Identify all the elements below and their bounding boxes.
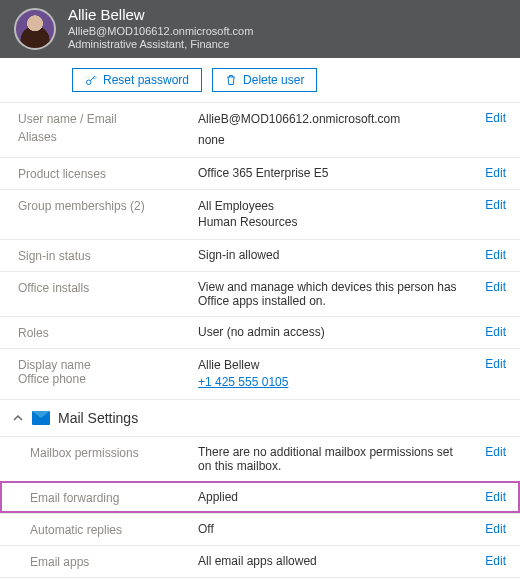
mail-settings-header[interactable]: Mail Settings xyxy=(0,399,520,436)
edit-mailbox-permissions[interactable]: Edit xyxy=(485,445,506,459)
value-officephone[interactable]: +1 425 555 0105 xyxy=(198,375,288,389)
value-roles: User (no admin access) xyxy=(198,325,466,339)
edit-installs[interactable]: Edit xyxy=(485,280,506,294)
row-email-apps: Email apps All email apps allowed Edit xyxy=(0,545,520,577)
row-signin: Sign-in status Sign-in allowed Edit xyxy=(0,239,520,271)
row-mailbox-permissions: Mailbox permissions There are no additio… xyxy=(0,436,520,481)
user-name: Allie Bellew xyxy=(68,6,253,25)
label-groups: Group memberships (2) xyxy=(18,198,198,213)
label-licenses: Product licenses xyxy=(18,166,198,181)
edit-roles[interactable]: Edit xyxy=(485,325,506,339)
mail-icon xyxy=(32,411,50,425)
action-button-row: Reset password Delete user xyxy=(0,58,520,102)
label-username: User name / Email xyxy=(18,112,198,126)
value-mailbox-permissions: There are no additional mailbox permissi… xyxy=(198,445,466,473)
value-group-2: Human Resources xyxy=(198,214,458,231)
delete-user-button[interactable]: Delete user xyxy=(212,68,317,92)
label-signin: Sign-in status xyxy=(18,248,198,263)
label-automatic-replies: Automatic replies xyxy=(30,522,198,537)
value-username: AllieB@MOD106612.onmicrosoft.com xyxy=(198,111,458,128)
row-groups: Group memberships (2) All Employees Huma… xyxy=(0,189,520,240)
value-installs: View and manage which devices this perso… xyxy=(198,280,466,308)
value-signin: Sign-in allowed xyxy=(198,248,466,262)
user-header: Allie Bellew AllieB@MOD106612.onmicrosof… xyxy=(0,0,520,58)
user-email: AllieB@MOD106612.onmicrosoft.com xyxy=(68,25,253,39)
row-username: User name / Email Aliases AllieB@MOD1066… xyxy=(0,102,520,157)
row-email-forwarding: Email forwarding Applied Edit xyxy=(0,481,520,513)
reset-password-button[interactable]: Reset password xyxy=(72,68,202,92)
value-licenses: Office 365 Enterprise E5 xyxy=(198,166,466,180)
label-officephone: Office phone xyxy=(18,372,198,386)
avatar xyxy=(14,8,56,50)
chevron-up-icon xyxy=(12,412,24,424)
edit-email-apps[interactable]: Edit xyxy=(485,554,506,568)
edit-groups[interactable]: Edit xyxy=(485,198,506,212)
row-automatic-replies: Automatic replies Off Edit xyxy=(0,513,520,545)
mail-settings-title: Mail Settings xyxy=(58,410,138,426)
label-roles: Roles xyxy=(18,325,198,340)
delete-user-label: Delete user xyxy=(243,73,304,87)
label-email-apps: Email apps xyxy=(30,554,198,569)
value-automatic-replies: Off xyxy=(198,522,466,536)
value-displayname: Allie Bellew xyxy=(198,357,458,374)
trash-icon xyxy=(225,74,237,86)
edit-username[interactable]: Edit xyxy=(485,111,506,125)
value-group-1: All Employees xyxy=(198,198,458,215)
edit-display[interactable]: Edit xyxy=(485,357,506,371)
label-aliases: Aliases xyxy=(18,130,198,144)
edit-automatic-replies[interactable]: Edit xyxy=(485,522,506,536)
label-displayname: Display name xyxy=(18,358,198,372)
reset-password-label: Reset password xyxy=(103,73,189,87)
edit-licenses[interactable]: Edit xyxy=(485,166,506,180)
row-licenses: Product licenses Office 365 Enterprise E… xyxy=(0,157,520,189)
user-role: Administrative Assistant, Finance xyxy=(68,38,253,52)
value-email-forwarding: Applied xyxy=(198,490,466,504)
key-icon xyxy=(85,74,97,86)
row-roles: Roles User (no admin access) Edit xyxy=(0,316,520,348)
row-display: Display name Office phone Allie Bellew +… xyxy=(0,348,520,399)
row-installs: Office installs View and manage which de… xyxy=(0,271,520,316)
label-installs: Office installs xyxy=(18,280,198,295)
label-mailbox-permissions: Mailbox permissions xyxy=(30,445,198,460)
value-aliases: none xyxy=(198,132,458,149)
edit-signin[interactable]: Edit xyxy=(485,248,506,262)
label-email-forwarding: Email forwarding xyxy=(30,490,198,505)
edit-email-forwarding[interactable]: Edit xyxy=(485,490,506,504)
value-email-apps: All email apps allowed xyxy=(198,554,466,568)
